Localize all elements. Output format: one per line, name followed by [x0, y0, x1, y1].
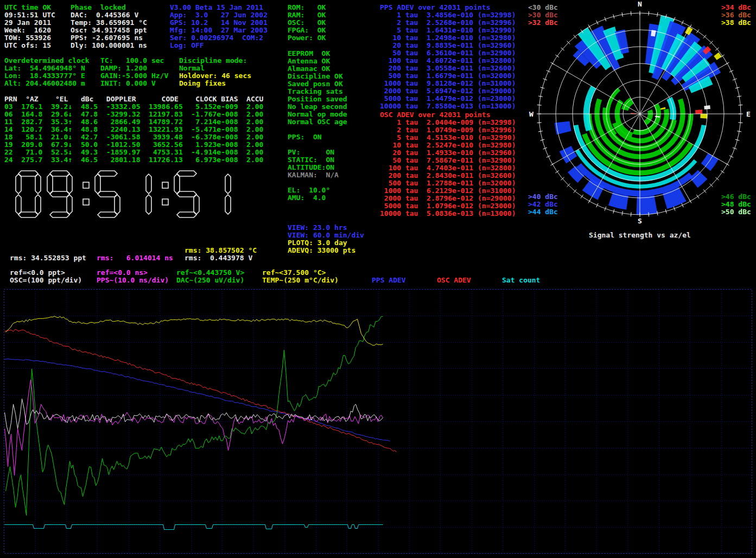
clock-digits-svg [14, 169, 239, 220]
temp-scale-block: ref~<37.500 °C>TEMP~(250 m°C/div) [262, 269, 339, 284]
osc-adev-title: OSC ADEV over 42031 points [380, 111, 491, 119]
loop-parameter-line: TC: 100.0 sec [100, 57, 168, 65]
view-settings-block: VIEW: 23.0 hrsVIEW: 60.0 min/div [288, 224, 364, 239]
osc-adev-row: 50 tau 7.5867e-011 (n=32900) [380, 157, 516, 164]
pps-adev-row: 2 tau 2.5268e-010 (n=32996) [380, 19, 516, 27]
satellite-table-row: 03 176.1 39.2↓ 48.5 -3332.05 13986.65 5.… [4, 103, 263, 111]
holdover-status-line: Holdover: 46 secs [179, 72, 251, 80]
plot-legend-pps-adev: PPS ADEV [372, 277, 406, 284]
queue-setting-line: PLOTQ: 3.0 day [288, 239, 355, 247]
utc-info-line: 29 Jan 2011 [4, 19, 55, 27]
pps-adev-title: PPS ADEV over 42031 points [380, 4, 491, 11]
osc-adev-row: 200 tau 2.8430e-011 (n=32600) [380, 172, 516, 179]
phase-status-title: Phase locked [71, 4, 126, 11]
loop-parameters-block: TC: 100.0 secDAMP: 1.200GAIN:-5.000 Hz/V… [100, 57, 168, 87]
position-block: Lat: 54.4964948° NLon: 18.4333777° EAlt:… [4, 65, 85, 87]
pps-adev-table: 1 tau 3.4856e-010 (n=32998) 2 tau 2.5268… [380, 11, 516, 110]
version-line: Mfg: 14:00 27 Mar 2003 [170, 27, 268, 34]
discipline-mode-line: Discipline mode: [179, 57, 247, 65]
pps-adev-row: 50 tau 6.3610e-011 (n=32900) [380, 49, 516, 57]
pps-adev-row: 100 tau 4.6072e-011 (n=32800) [380, 57, 516, 65]
osc-adev-row: 10 tau 2.5247e-010 (n=32980) [380, 142, 516, 149]
clock-mode-title: Overdetermined clock [4, 57, 90, 65]
satellite-table-row: 19 209.0 67.9↓ 50.0 -1012.50 3652.56 1.9… [4, 141, 263, 149]
loop-parameter-line: GAIN:-5.000 Hz/V [100, 72, 168, 80]
position-line: Lon: 18.4333777° E [4, 72, 85, 80]
pps-adev-row: 10000 tau 7.8580e-013 (n=13000) [380, 102, 516, 110]
pps-adev-row: 1000 tau 9.8128e-012 (n=31000) [380, 80, 516, 87]
mask-line: EL: 10.0° [288, 187, 330, 194]
osc-scale-block: ref=<0.0 ppt>OSC=(100 ppt/div) [10, 269, 82, 284]
receiver-status-line: EEPROM OK [288, 50, 347, 57]
osc-adev-row: 2000 tau 2.8796e-012 (n=29000) [380, 195, 516, 202]
pps-adev-row: 200 tau 3.0558e-011 (n=32600) [380, 65, 516, 72]
elevation-amu-block: EL: 10.0°AMU: 4.0 [288, 187, 330, 202]
discipline-mode-block: Discipline mode:Normal [179, 57, 247, 72]
loop-parameter-line: INIT: 0.000 V [100, 80, 168, 87]
oscillator-value-line: Dly: 100.000001 ns [71, 42, 147, 49]
dac-scale-block: ref~<0.443750 V>DAC~(250 uV/div) [176, 269, 244, 284]
svg-text:E: E [746, 110, 751, 118]
receiver-status-line: Saved posn OK [288, 80, 347, 88]
utc-status-title: UTC time OK [4, 4, 51, 11]
rms-temp-value: rms: 38.857502 °C [185, 247, 257, 254]
utc-info-line: 09:51:51 UTC [4, 11, 55, 19]
satellite-table-row: 11 282.7 35.3↑ 48.6 2866.49 14789.72 7.2… [4, 118, 263, 126]
position-line: Alt: 204.46002480 m [4, 80, 85, 87]
receiver-status-line: Normal OSC age [288, 118, 347, 126]
osc-scale-line: OSC=(100 ppt/div) [10, 277, 82, 284]
hardware-status-line: Power: OK [288, 34, 326, 42]
temp-scale-line: TEMP~(250 m°C/div) [262, 277, 339, 284]
satellite-table-row: 06 164.8 29.6↓ 47.8 -3299.32 12197.83 -1… [4, 111, 263, 118]
receiver-mode-line: ALTITUDE:ON [288, 164, 334, 171]
osc-adev-row: 20 tau 1.4933e-010 (n=32960) [380, 149, 516, 157]
pps-adev-row: 2000 tau 5.6947e-012 (n=29000) [380, 87, 516, 95]
receiver-status-line: Tracking sats [288, 88, 347, 95]
satellite-table-header: PRN °AZ °EL dBc DOPPLER CODE CLOCK BIAS … [4, 95, 263, 103]
view-setting-line: VIEW: 60.0 min/div [288, 232, 364, 239]
pps-scale-block: ref=<0.0 ns>PPS~(10.0 ns/div) [97, 269, 169, 284]
version-line: GPS: 10.2 14 Nov 2001 [170, 19, 268, 27]
dac-scale-line: DAC~(250 uV/div) [176, 277, 244, 284]
kalman-status-line: KALMAN: N/A [288, 171, 339, 179]
hardware-status-line: ROM: OK [288, 4, 326, 11]
satellite-table-row: 22 71.0 52.5↓ 49.3 -1859.97 4753.31 -4.9… [4, 149, 263, 156]
oscillator-value-line: Temp: 38.659691 °C [71, 19, 147, 27]
hardware-status-block: ROM: OKRAM: OKOSC: OKFPGA: OKPower: OK [288, 4, 326, 42]
osc-scale-line: ref=<0.0 ppt> [10, 269, 82, 277]
main-plot-area[interactable] [4, 289, 752, 554]
receiver-mode-line: PV: ON [288, 149, 334, 156]
version-line: Ser: 0.00296974 COM:2 [170, 34, 268, 42]
osc-adev-row: 500 tau 1.2788e-011 (n=32000) [380, 179, 516, 187]
firmware-version-block: V3.00 Beta 15 Jan 2011App: 3.0 27 Jun 20… [170, 4, 268, 49]
pps-adev-row: 5000 tau 1.4479e-012 (n=23000) [380, 95, 516, 102]
utc-info-line: Week: 1620 [4, 27, 55, 34]
svg-text:S: S [638, 217, 642, 225]
satellite-table-row: 18 58.1 21.0↓ 42.7 -3061.58 3939.48 -6.3… [4, 133, 263, 141]
hardware-status-line: FPGA: OK [288, 27, 326, 34]
satellite-polar-plot[interactable]: NESW [518, 0, 756, 231]
rms-pps-value: rms: 6.014014 ns [97, 254, 173, 262]
osc-adev-row: 5 tau 4.5153e-010 (n=32990) [380, 134, 516, 142]
position-line: Lat: 54.4964948° N [4, 65, 85, 72]
pps-adev-row: 10 tau 1.2498e-010 (n=32980) [380, 34, 516, 42]
holdover-status-block: Holdover: 46 secsDoing fixes [179, 72, 251, 87]
osc-adev-row: 2 tau 1.0749e-009 (n=32996) [380, 126, 516, 134]
svg-text:W: W [529, 110, 533, 118]
pps-adev-row: 1 tau 3.4856e-010 (n=32998) [380, 11, 516, 19]
receiver-status-line: Position saved [288, 95, 347, 103]
mask-line: AMU: 4.0 [288, 194, 330, 202]
view-setting-line: VIEW: 23.0 hrs [288, 224, 364, 232]
rms-dac-value: rms: 0.443978 V [185, 254, 252, 262]
version-line: Log: OFF [170, 42, 268, 49]
pps-enabled-line: PPS: ON [288, 133, 322, 141]
utc-info-block: 09:51:51 UTC29 Jan 2011Week: 1620TOW: 55… [4, 11, 55, 49]
pps-scale-line: ref=<0.0 ns> [97, 269, 169, 277]
receiver-status-line: Almanac OK [288, 65, 347, 73]
osc-adev-row: 1000 tau 6.2129e-012 (n=31000) [380, 187, 516, 195]
version-line: V3.00 Beta 15 Jan 2011 [170, 4, 268, 11]
oscillator-value-line: PPS↑ -2.607695 ns [71, 34, 147, 42]
osc-adev-row: 100 tau 4.7403e-011 (n=32800) [380, 164, 516, 172]
satellite-table-row: 14 120.7 36.4↑ 48.8 2240.13 13221.93 -5.… [4, 126, 263, 133]
receiver-status-line: Discipline OK [288, 73, 347, 80]
